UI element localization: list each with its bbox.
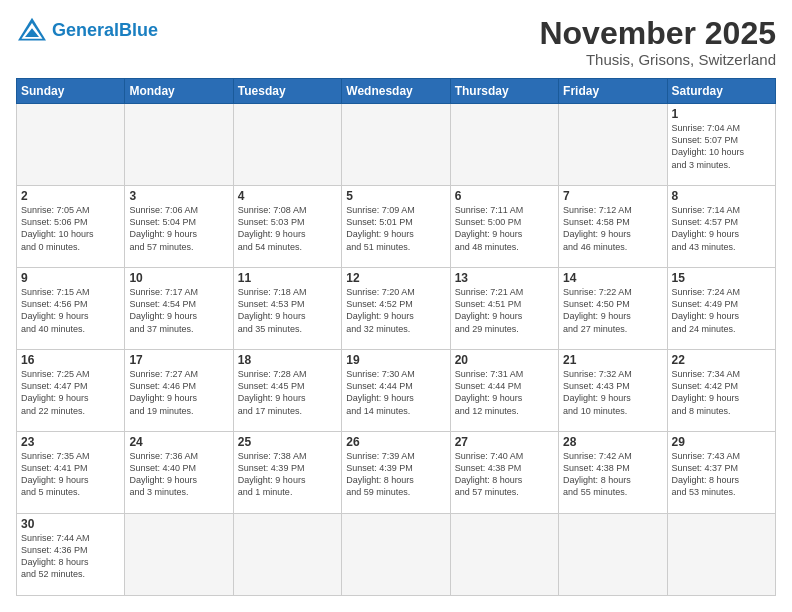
cell-w2-d1: 10Sunrise: 7:17 AM Sunset: 4:54 PM Dayli…	[125, 268, 233, 350]
logo: GeneralBlue	[16, 16, 158, 44]
cell-w0-d4	[450, 104, 558, 186]
cell-w3-d6: 22Sunrise: 7:34 AM Sunset: 4:42 PM Dayli…	[667, 350, 775, 432]
col-wednesday: Wednesday	[342, 79, 450, 104]
cell-w0-d3	[342, 104, 450, 186]
col-monday: Monday	[125, 79, 233, 104]
day-info: Sunrise: 7:27 AM Sunset: 4:46 PM Dayligh…	[129, 368, 228, 417]
cell-w5-d5	[559, 514, 667, 596]
col-saturday: Saturday	[667, 79, 775, 104]
day-number: 15	[672, 271, 771, 285]
day-number: 22	[672, 353, 771, 367]
col-thursday: Thursday	[450, 79, 558, 104]
cell-w2-d3: 12Sunrise: 7:20 AM Sunset: 4:52 PM Dayli…	[342, 268, 450, 350]
calendar-row-4: 23Sunrise: 7:35 AM Sunset: 4:41 PM Dayli…	[17, 432, 776, 514]
day-info: Sunrise: 7:39 AM Sunset: 4:39 PM Dayligh…	[346, 450, 445, 499]
day-number: 26	[346, 435, 445, 449]
logo-general: General	[52, 20, 119, 40]
day-number: 27	[455, 435, 554, 449]
cell-w5-d0: 30Sunrise: 7:44 AM Sunset: 4:36 PM Dayli…	[17, 514, 125, 596]
day-number: 16	[21, 353, 120, 367]
calendar-row-0: 1Sunrise: 7:04 AM Sunset: 5:07 PM Daylig…	[17, 104, 776, 186]
day-info: Sunrise: 7:35 AM Sunset: 4:41 PM Dayligh…	[21, 450, 120, 499]
day-info: Sunrise: 7:04 AM Sunset: 5:07 PM Dayligh…	[672, 122, 771, 171]
day-number: 5	[346, 189, 445, 203]
day-info: Sunrise: 7:34 AM Sunset: 4:42 PM Dayligh…	[672, 368, 771, 417]
cell-w2-d2: 11Sunrise: 7:18 AM Sunset: 4:53 PM Dayli…	[233, 268, 341, 350]
cell-w1-d3: 5Sunrise: 7:09 AM Sunset: 5:01 PM Daylig…	[342, 186, 450, 268]
day-info: Sunrise: 7:42 AM Sunset: 4:38 PM Dayligh…	[563, 450, 662, 499]
day-info: Sunrise: 7:20 AM Sunset: 4:52 PM Dayligh…	[346, 286, 445, 335]
cell-w1-d1: 3Sunrise: 7:06 AM Sunset: 5:04 PM Daylig…	[125, 186, 233, 268]
calendar-header: Sunday Monday Tuesday Wednesday Thursday…	[17, 79, 776, 104]
calendar-row-5: 30Sunrise: 7:44 AM Sunset: 4:36 PM Dayli…	[17, 514, 776, 596]
cell-w1-d4: 6Sunrise: 7:11 AM Sunset: 5:00 PM Daylig…	[450, 186, 558, 268]
day-info: Sunrise: 7:15 AM Sunset: 4:56 PM Dayligh…	[21, 286, 120, 335]
day-info: Sunrise: 7:32 AM Sunset: 4:43 PM Dayligh…	[563, 368, 662, 417]
location: Thusis, Grisons, Switzerland	[539, 51, 776, 68]
col-sunday: Sunday	[17, 79, 125, 104]
day-number: 25	[238, 435, 337, 449]
day-info: Sunrise: 7:38 AM Sunset: 4:39 PM Dayligh…	[238, 450, 337, 499]
day-info: Sunrise: 7:24 AM Sunset: 4:49 PM Dayligh…	[672, 286, 771, 335]
day-number: 6	[455, 189, 554, 203]
cell-w4-d0: 23Sunrise: 7:35 AM Sunset: 4:41 PM Dayli…	[17, 432, 125, 514]
day-info: Sunrise: 7:17 AM Sunset: 4:54 PM Dayligh…	[129, 286, 228, 335]
day-number: 28	[563, 435, 662, 449]
day-info: Sunrise: 7:14 AM Sunset: 4:57 PM Dayligh…	[672, 204, 771, 253]
day-info: Sunrise: 7:08 AM Sunset: 5:03 PM Dayligh…	[238, 204, 337, 253]
day-number: 1	[672, 107, 771, 121]
calendar-row-1: 2Sunrise: 7:05 AM Sunset: 5:06 PM Daylig…	[17, 186, 776, 268]
cell-w4-d4: 27Sunrise: 7:40 AM Sunset: 4:38 PM Dayli…	[450, 432, 558, 514]
cell-w4-d5: 28Sunrise: 7:42 AM Sunset: 4:38 PM Dayli…	[559, 432, 667, 514]
day-info: Sunrise: 7:31 AM Sunset: 4:44 PM Dayligh…	[455, 368, 554, 417]
title-block: November 2025 Thusis, Grisons, Switzerla…	[539, 16, 776, 68]
day-number: 10	[129, 271, 228, 285]
cell-w4-d6: 29Sunrise: 7:43 AM Sunset: 4:37 PM Dayli…	[667, 432, 775, 514]
cell-w3-d0: 16Sunrise: 7:25 AM Sunset: 4:47 PM Dayli…	[17, 350, 125, 432]
calendar-body: 1Sunrise: 7:04 AM Sunset: 5:07 PM Daylig…	[17, 104, 776, 596]
calendar-row-3: 16Sunrise: 7:25 AM Sunset: 4:47 PM Dayli…	[17, 350, 776, 432]
logo-icon	[16, 16, 48, 44]
day-info: Sunrise: 7:09 AM Sunset: 5:01 PM Dayligh…	[346, 204, 445, 253]
cell-w3-d3: 19Sunrise: 7:30 AM Sunset: 4:44 PM Dayli…	[342, 350, 450, 432]
day-number: 21	[563, 353, 662, 367]
day-info: Sunrise: 7:40 AM Sunset: 4:38 PM Dayligh…	[455, 450, 554, 499]
day-info: Sunrise: 7:05 AM Sunset: 5:06 PM Dayligh…	[21, 204, 120, 253]
cell-w5-d6	[667, 514, 775, 596]
cell-w0-d0	[17, 104, 125, 186]
day-info: Sunrise: 7:36 AM Sunset: 4:40 PM Dayligh…	[129, 450, 228, 499]
cell-w3-d1: 17Sunrise: 7:27 AM Sunset: 4:46 PM Dayli…	[125, 350, 233, 432]
cell-w4-d2: 25Sunrise: 7:38 AM Sunset: 4:39 PM Dayli…	[233, 432, 341, 514]
cell-w5-d2	[233, 514, 341, 596]
logo-text: GeneralBlue	[52, 21, 158, 39]
day-number: 30	[21, 517, 120, 531]
day-number: 19	[346, 353, 445, 367]
col-friday: Friday	[559, 79, 667, 104]
day-info: Sunrise: 7:43 AM Sunset: 4:37 PM Dayligh…	[672, 450, 771, 499]
day-number: 7	[563, 189, 662, 203]
cell-w3-d5: 21Sunrise: 7:32 AM Sunset: 4:43 PM Dayli…	[559, 350, 667, 432]
logo-blue: Blue	[119, 20, 158, 40]
day-number: 18	[238, 353, 337, 367]
day-info: Sunrise: 7:06 AM Sunset: 5:04 PM Dayligh…	[129, 204, 228, 253]
cell-w2-d6: 15Sunrise: 7:24 AM Sunset: 4:49 PM Dayli…	[667, 268, 775, 350]
day-info: Sunrise: 7:28 AM Sunset: 4:45 PM Dayligh…	[238, 368, 337, 417]
cell-w3-d2: 18Sunrise: 7:28 AM Sunset: 4:45 PM Dayli…	[233, 350, 341, 432]
day-info: Sunrise: 7:18 AM Sunset: 4:53 PM Dayligh…	[238, 286, 337, 335]
day-number: 2	[21, 189, 120, 203]
calendar-table: Sunday Monday Tuesday Wednesday Thursday…	[16, 78, 776, 596]
month-title: November 2025	[539, 16, 776, 51]
day-number: 4	[238, 189, 337, 203]
day-info: Sunrise: 7:11 AM Sunset: 5:00 PM Dayligh…	[455, 204, 554, 253]
page: GeneralBlue November 2025 Thusis, Grison…	[0, 0, 792, 612]
header: GeneralBlue November 2025 Thusis, Grison…	[16, 16, 776, 68]
day-number: 11	[238, 271, 337, 285]
cell-w0-d1	[125, 104, 233, 186]
cell-w2-d4: 13Sunrise: 7:21 AM Sunset: 4:51 PM Dayli…	[450, 268, 558, 350]
cell-w5-d4	[450, 514, 558, 596]
day-number: 12	[346, 271, 445, 285]
cell-w1-d6: 8Sunrise: 7:14 AM Sunset: 4:57 PM Daylig…	[667, 186, 775, 268]
cell-w0-d5	[559, 104, 667, 186]
cell-w1-d5: 7Sunrise: 7:12 AM Sunset: 4:58 PM Daylig…	[559, 186, 667, 268]
day-number: 23	[21, 435, 120, 449]
